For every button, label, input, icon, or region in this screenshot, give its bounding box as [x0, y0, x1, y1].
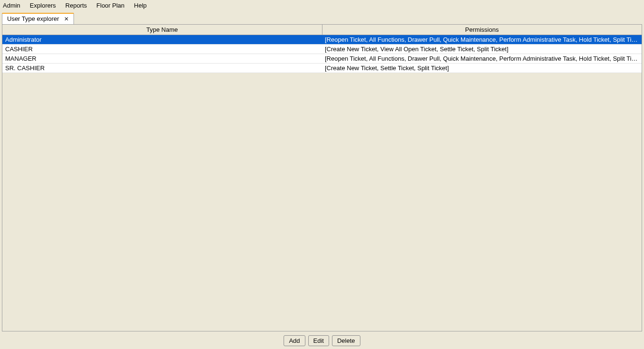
- cell-permissions: [Reopen Ticket, All Functions, Drawer Pu…: [322, 54, 642, 64]
- tab-label: User Type explorer: [7, 15, 59, 22]
- menubar: Admin Explorers Reports Floor Plan Help: [0, 0, 644, 11]
- column-header-type-name[interactable]: Type Name: [2, 25, 322, 35]
- cell-permissions: [Reopen Ticket, All Functions, Drawer Pu…: [322, 35, 642, 45]
- close-icon[interactable]: ✕: [63, 16, 70, 22]
- menu-help[interactable]: Help: [129, 1, 152, 10]
- table-row[interactable]: Administrator[Reopen Ticket, All Functio…: [2, 35, 642, 45]
- table-row[interactable]: CASHIER[Create New Ticket, View All Open…: [2, 45, 642, 54]
- menu-reports[interactable]: Reports: [61, 1, 92, 10]
- cell-type-name: Administrator: [2, 35, 322, 45]
- table-body: Administrator[Reopen Ticket, All Functio…: [2, 35, 642, 73]
- cell-type-name: SR. CASHIER: [2, 64, 322, 73]
- table-wrap: Type Name Permissions Administrator[Reop…: [2, 25, 642, 331]
- add-button[interactable]: Add: [284, 335, 305, 346]
- user-type-table: Type Name Permissions Administrator[Reop…: [2, 25, 642, 73]
- cell-type-name: MANAGER: [2, 54, 322, 64]
- tab-content: Type Name Permissions Administrator[Reop…: [2, 24, 642, 331]
- cell-permissions: [Create New Ticket, View All Open Ticket…: [322, 45, 642, 54]
- menu-explorers[interactable]: Explorers: [25, 1, 61, 10]
- cell-permissions: [Create New Ticket, Settle Ticket, Split…: [322, 64, 642, 73]
- table-row[interactable]: SR. CASHIER[Create New Ticket, Settle Ti…: [2, 64, 642, 73]
- menu-floor-plan[interactable]: Floor Plan: [92, 1, 129, 10]
- tabbar: User Type explorer ✕: [0, 11, 644, 24]
- edit-button[interactable]: Edit: [308, 335, 329, 346]
- button-bar: Add Edit Delete: [0, 331, 644, 349]
- delete-button[interactable]: Delete: [332, 335, 360, 346]
- tab-accent: [2, 13, 74, 14]
- tab-user-type-explorer[interactable]: User Type explorer ✕: [2, 13, 74, 24]
- table-row[interactable]: MANAGER[Reopen Ticket, All Functions, Dr…: [2, 54, 642, 64]
- column-header-permissions[interactable]: Permissions: [322, 25, 642, 35]
- menu-admin[interactable]: Admin: [2, 1, 25, 10]
- cell-type-name: CASHIER: [2, 45, 322, 54]
